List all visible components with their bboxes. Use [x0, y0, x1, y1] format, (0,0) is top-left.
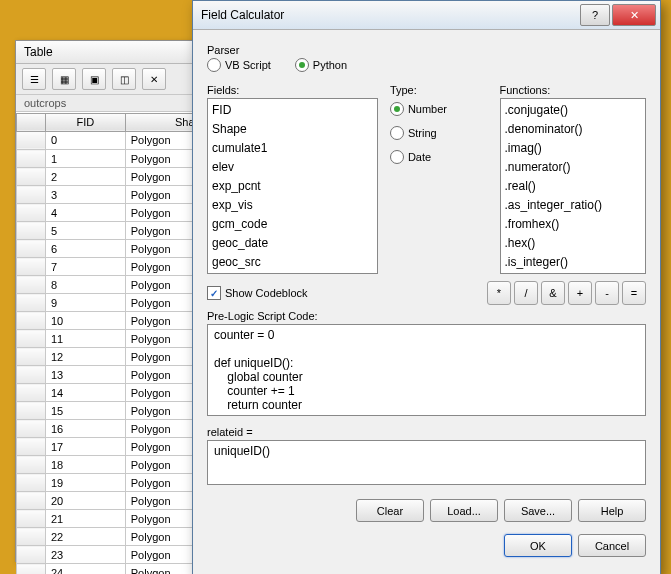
type-label: Type:: [390, 84, 488, 96]
row-selector[interactable]: [17, 456, 46, 474]
function-item[interactable]: .denominator(): [505, 120, 641, 139]
row-selector[interactable]: [17, 330, 46, 348]
function-item[interactable]: .numerator(): [505, 158, 641, 177]
operator-buttons: */&+-=: [487, 281, 646, 305]
cancel-button[interactable]: Cancel: [578, 534, 646, 557]
row-selector[interactable]: [17, 438, 46, 456]
field-item[interactable]: geoc_src: [212, 253, 373, 272]
dialog-titlebar[interactable]: Field Calculator ? ✕: [193, 1, 660, 30]
fields-listbox[interactable]: FIDShapecumulate1elevexp_pcntexp_visgcm_…: [207, 98, 378, 274]
operator-button[interactable]: /: [514, 281, 538, 305]
function-item[interactable]: math.acos(): [505, 272, 641, 274]
cell: 12: [46, 348, 126, 366]
row-selector[interactable]: [17, 546, 46, 564]
row-selector[interactable]: [17, 564, 46, 575]
parser-vbscript-radio[interactable]: VB Script: [207, 58, 271, 72]
field-item[interactable]: Shape: [212, 120, 373, 139]
save-button[interactable]: Save...: [504, 499, 572, 522]
cell: 16: [46, 420, 126, 438]
toolbar-select-icon[interactable]: ▣: [82, 68, 106, 90]
cell: 15: [46, 402, 126, 420]
toolbar-clear-icon[interactable]: ✕: [142, 68, 166, 90]
parser-label: Parser: [207, 44, 646, 56]
cell: 5: [46, 222, 126, 240]
row-selector[interactable]: [17, 528, 46, 546]
operator-button[interactable]: &: [541, 281, 565, 305]
help-button-icon[interactable]: ?: [580, 4, 610, 26]
cell: 19: [46, 474, 126, 492]
cell: 18: [46, 456, 126, 474]
row-selector[interactable]: [17, 186, 46, 204]
column-header[interactable]: FID: [46, 113, 126, 131]
cell: 1: [46, 150, 126, 168]
cell: 4: [46, 204, 126, 222]
cell: 23: [46, 546, 126, 564]
cell: 10: [46, 312, 126, 330]
function-item[interactable]: .conjugate(): [505, 101, 641, 120]
row-selector[interactable]: [17, 258, 46, 276]
field-item[interactable]: FID: [212, 101, 373, 120]
operator-button[interactable]: =: [622, 281, 646, 305]
toolbar-switch-icon[interactable]: ◫: [112, 68, 136, 90]
row-selector[interactable]: [17, 348, 46, 366]
row-selector[interactable]: [17, 366, 46, 384]
type-number-radio[interactable]: Number: [390, 102, 488, 116]
cell: 2: [46, 168, 126, 186]
functions-label: Functions:: [500, 84, 646, 96]
operator-button[interactable]: +: [568, 281, 592, 305]
type-date-radio[interactable]: Date: [390, 150, 488, 164]
cell: 0: [46, 131, 126, 150]
function-item[interactable]: .fromhex(): [505, 215, 641, 234]
toolbar-options-icon[interactable]: ▦: [52, 68, 76, 90]
cell: 11: [46, 330, 126, 348]
function-item[interactable]: .as_integer_ratio(): [505, 196, 641, 215]
functions-listbox[interactable]: .conjugate().denominator().imag().numera…: [500, 98, 646, 274]
type-string-radio[interactable]: String: [390, 126, 488, 140]
field-item[interactable]: elev: [212, 158, 373, 177]
field-item[interactable]: geoc_date: [212, 234, 373, 253]
cell: 9: [46, 294, 126, 312]
row-selector[interactable]: [17, 222, 46, 240]
expression-input[interactable]: [207, 440, 646, 485]
load-button[interactable]: Load...: [430, 499, 498, 522]
row-selector[interactable]: [17, 204, 46, 222]
row-selector[interactable]: [17, 240, 46, 258]
operator-button[interactable]: *: [487, 281, 511, 305]
cell: 6: [46, 240, 126, 258]
toolbar-menu-icon[interactable]: ☰: [22, 68, 46, 90]
row-selector[interactable]: [17, 510, 46, 528]
row-selector[interactable]: [17, 420, 46, 438]
parser-python-radio[interactable]: Python: [295, 58, 347, 72]
ok-button[interactable]: OK: [504, 534, 572, 557]
field-item[interactable]: exp_vis: [212, 196, 373, 215]
help-button[interactable]: Help: [578, 499, 646, 522]
cell: 22: [46, 528, 126, 546]
prelogic-code-input[interactable]: [207, 324, 646, 416]
function-item[interactable]: .hex(): [505, 234, 641, 253]
cell: 3: [46, 186, 126, 204]
row-selector[interactable]: [17, 384, 46, 402]
row-selector-header[interactable]: [17, 113, 46, 131]
close-icon[interactable]: ✕: [612, 4, 656, 26]
row-selector[interactable]: [17, 131, 46, 150]
dialog-title: Field Calculator: [201, 8, 578, 22]
function-item[interactable]: .is_integer(): [505, 253, 641, 272]
show-codeblock-checkbox[interactable]: ✓Show Codeblock: [207, 286, 308, 300]
field-item[interactable]: exp_pcnt: [212, 177, 373, 196]
function-item[interactable]: .imag(): [505, 139, 641, 158]
function-item[interactable]: .real(): [505, 177, 641, 196]
operator-button[interactable]: -: [595, 281, 619, 305]
field-item[interactable]: gcm_code: [212, 215, 373, 234]
clear-button[interactable]: Clear: [356, 499, 424, 522]
row-selector[interactable]: [17, 294, 46, 312]
row-selector[interactable]: [17, 276, 46, 294]
row-selector[interactable]: [17, 474, 46, 492]
row-selector[interactable]: [17, 492, 46, 510]
cell: 21: [46, 510, 126, 528]
row-selector[interactable]: [17, 150, 46, 168]
row-selector[interactable]: [17, 312, 46, 330]
cell: 17: [46, 438, 126, 456]
row-selector[interactable]: [17, 402, 46, 420]
row-selector[interactable]: [17, 168, 46, 186]
field-item[interactable]: cumulate1: [212, 139, 373, 158]
